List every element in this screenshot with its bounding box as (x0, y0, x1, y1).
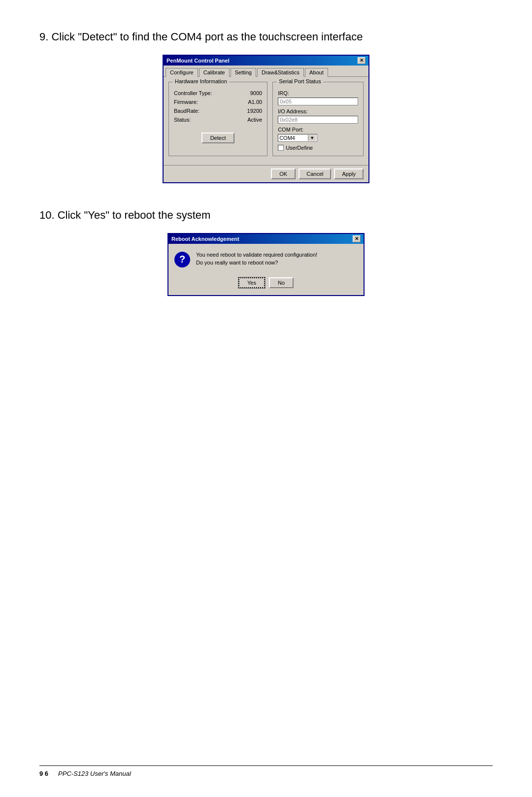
page-content: 9. Click "Detect" to find the COM4 port … (0, 0, 532, 350)
penmount-footer: OK Cancel Apply (164, 165, 368, 182)
hw-row-1: Firmware: A1.00 (174, 99, 262, 105)
detect-button[interactable]: Detect (201, 133, 235, 143)
reboot-title: Reboot Acknowledgement (171, 236, 239, 242)
hw-label-0: Controller Type: (174, 90, 212, 96)
step10-heading: 10. Click "Yes" to reboot the system (39, 208, 493, 223)
hw-value-1: A1.00 (248, 99, 262, 105)
penmount-tabs: Configure Calibrate Setting Draw&Statist… (164, 66, 368, 77)
penmount-close-button[interactable]: ✕ (358, 57, 366, 64)
irq-field: 0x05 (278, 98, 358, 105)
hw-label-2: BaudRate: (174, 108, 200, 114)
tab-calibrate[interactable]: Calibrate (199, 68, 230, 77)
penmount-body: Hardware Information Controller Type: 90… (164, 77, 368, 165)
apply-button[interactable]: Apply (334, 168, 364, 179)
io-label: I/O Address: (278, 108, 358, 114)
io-field: 0x02e8 (278, 116, 358, 124)
penmount-dialog: PenMount Control Panel ✕ Configure Calib… (163, 55, 369, 183)
irq-label: IRQ: (278, 90, 358, 96)
hardware-legend: Hardware Information (173, 78, 229, 84)
com-select[interactable]: COM4 ▼ (278, 134, 317, 142)
question-icon: ? (174, 252, 190, 267)
reboot-close-button[interactable]: ✕ (353, 235, 361, 242)
tab-about[interactable]: About (305, 68, 328, 77)
page-number: 9 6 (39, 770, 48, 777)
serial-group: Serial Port Status IRQ: 0x05 I/O Address… (272, 82, 364, 156)
hw-value-0: 9000 (250, 90, 262, 96)
hw-label-3: Status: (174, 117, 191, 123)
reboot-titlebar: Reboot Acknowledgement ✕ (168, 234, 364, 244)
userdefine-label: UserDefine (286, 145, 313, 151)
penmount-titlebar: PenMount Control Panel ✕ (164, 56, 368, 66)
cancel-button[interactable]: Cancel (299, 168, 331, 179)
hw-value-2: 19200 (247, 108, 263, 114)
reboot-line1: You need reboot to validate required con… (196, 251, 317, 259)
step9-heading: 9. Click "Detect" to find the COM4 port … (39, 30, 493, 45)
penmount-title: PenMount Control Panel (166, 58, 230, 64)
page-footer: 9 6 PPC-S123 User's Manual (39, 765, 493, 777)
userdefine-row: UserDefine (278, 145, 358, 151)
com-label: COM Port: (278, 127, 358, 133)
ok-button[interactable]: OK (271, 168, 296, 179)
detect-label: Detect (210, 135, 226, 141)
serial-legend: Serial Port Status (277, 78, 323, 84)
hw-row-0: Controller Type: 9000 (174, 90, 262, 96)
hw-row-2: BaudRate: 19200 (174, 108, 262, 114)
manual-name: PPC-S123 User's Manual (58, 770, 131, 777)
yes-button[interactable]: Yes (238, 277, 265, 288)
no-button[interactable]: No (269, 277, 294, 288)
tab-drawstatistics[interactable]: Draw&Statistics (257, 68, 304, 77)
main-row: Hardware Information Controller Type: 90… (168, 82, 364, 160)
reboot-line2: Do you really want to reboot now? (196, 259, 317, 267)
hw-value-3: Active (247, 117, 262, 123)
hardware-group: Hardware Information Controller Type: 90… (168, 82, 267, 156)
tab-configure[interactable]: Configure (166, 68, 198, 77)
com-select-arrow: ▼ (308, 135, 316, 141)
userdefine-checkbox[interactable] (278, 145, 284, 151)
reboot-body: ? You need reboot to validate required c… (168, 244, 364, 274)
reboot-message: You need reboot to validate required con… (196, 251, 317, 267)
reboot-dialog: Reboot Acknowledgement ✕ ? You need rebo… (167, 233, 365, 296)
hw-label-1: Firmware: (174, 99, 198, 105)
tab-setting[interactable]: Setting (231, 68, 256, 77)
hw-row-3: Status: Active (174, 117, 262, 123)
reboot-buttons-row: Yes No (168, 274, 364, 295)
